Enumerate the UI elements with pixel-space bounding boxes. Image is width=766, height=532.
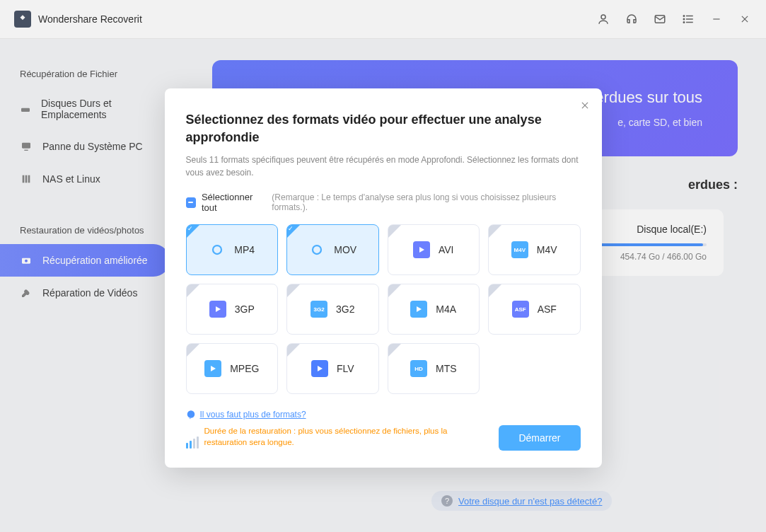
format-option-3gp[interactable]: 3GP: [186, 284, 279, 335]
svg-marker-23: [419, 247, 424, 253]
svg-point-28: [187, 411, 195, 419]
format-label: ASF: [538, 303, 557, 315]
checkbox-indeterminate-icon: [186, 197, 196, 208]
format-option-mts[interactable]: HDMTS: [388, 343, 480, 394]
modal-footer: Durée de la restauration : plus vous sél…: [186, 425, 581, 451]
selection-corner-icon: [287, 225, 300, 238]
selection-corner-icon: [489, 225, 501, 238]
svg-marker-25: [417, 306, 422, 312]
format-label: 3G2: [336, 303, 354, 315]
format-label: MTS: [436, 363, 457, 374]
format-select-modal: Sélectionnez des formats vidéo pour effe…: [165, 88, 602, 468]
format-label: AVI: [439, 244, 454, 255]
format-option-asf[interactable]: ASFASF: [488, 284, 581, 335]
svg-point-22: [313, 245, 321, 254]
duration-text: Durée de la restauration : plus vous sél…: [204, 425, 488, 448]
modal-title: Sélectionnez des formats vidéo pour effe…: [186, 111, 554, 146]
format-label: MOV: [334, 244, 356, 255]
format-label: MP4: [234, 244, 255, 255]
format-label: FLV: [337, 363, 354, 374]
format-option-m4v[interactable]: M4VM4V: [488, 224, 581, 275]
format-icon: M4V: [511, 241, 528, 258]
selection-corner-icon: [388, 344, 401, 357]
format-icon: 3G2: [311, 301, 327, 318]
selection-corner-icon: [388, 225, 401, 238]
selection-corner-icon: [187, 225, 199, 238]
format-icon: [204, 360, 221, 377]
format-icon: [209, 241, 226, 258]
format-icon: [413, 241, 430, 258]
format-icon: ASF: [512, 301, 529, 318]
signal-bars-icon: [186, 425, 199, 448]
selection-corner-icon: [388, 284, 401, 297]
svg-point-21: [213, 245, 221, 254]
format-label: M4A: [436, 303, 456, 315]
start-button[interactable]: Démarrer: [499, 425, 580, 451]
format-option-avi[interactable]: AVI: [388, 224, 480, 275]
close-button[interactable]: [578, 98, 592, 112]
selection-corner-icon: [287, 284, 300, 297]
modal-subtitle: Seuls 11 formats spécifiques peuvent êtr…: [186, 154, 581, 179]
modal-overlay: Sélectionnez des formats vidéo pour effe…: [0, 0, 766, 532]
more-formats-link[interactable]: Il vous faut plus de formats?: [186, 410, 581, 420]
format-option-flv[interactable]: FLV: [286, 343, 379, 394]
format-icon: HD: [410, 360, 427, 377]
formats-grid: MP4MOVAVIM4VM4V3GP3G23G2M4AASFASFMPEGFLV…: [186, 224, 581, 394]
select-all-toggle[interactable]: Sélectionner tout (Remarque : Le temps d…: [186, 192, 581, 213]
selection-corner-icon: [489, 284, 501, 297]
selection-corner-icon: [287, 344, 300, 357]
selection-corner-icon: [187, 344, 199, 357]
format-option-m4a[interactable]: M4A: [388, 284, 480, 335]
select-all-note: (Remarque : Le temps d'analyse sera plus…: [272, 192, 580, 212]
format-icon: [410, 301, 427, 318]
speech-plus-icon: [186, 410, 196, 420]
format-option-mov[interactable]: MOV: [286, 224, 379, 275]
format-option-3g2[interactable]: 3G23G2: [286, 284, 379, 335]
format-option-mpeg[interactable]: MPEG: [186, 343, 279, 394]
format-icon: [209, 301, 226, 318]
format-label: M4V: [537, 244, 557, 255]
close-icon: [580, 100, 590, 110]
svg-marker-24: [216, 306, 221, 312]
selection-corner-icon: [187, 284, 199, 297]
format-label: 3GP: [235, 303, 255, 315]
more-formats-text: Il vous faut plus de formats?: [200, 410, 306, 420]
format-option-mp4[interactable]: MP4: [186, 224, 279, 275]
duration-note: Durée de la restauration : plus vous sél…: [186, 425, 488, 448]
format-icon: [308, 241, 325, 258]
select-all-label: Sélectionner tout: [202, 192, 267, 213]
format-icon: [311, 360, 328, 377]
format-label: MPEG: [230, 363, 259, 374]
svg-marker-26: [211, 366, 216, 371]
svg-marker-27: [318, 366, 323, 371]
